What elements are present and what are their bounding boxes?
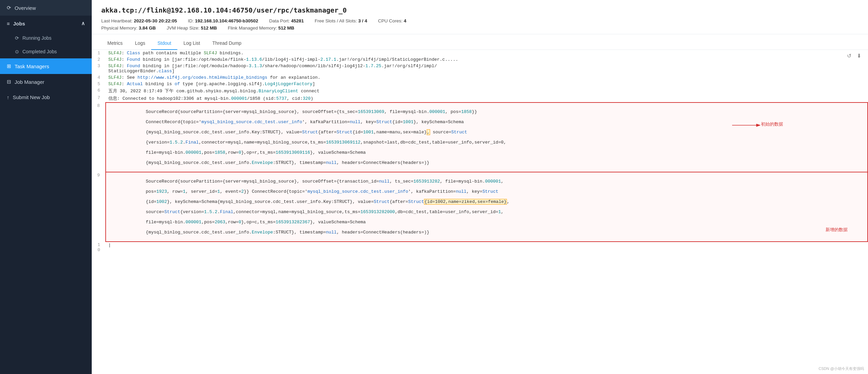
sidebar-item-job-manager[interactable]: ⊟ Job Manager (0, 74, 92, 90)
line-content: SLF4J: Found binding in [jar:file:/opt/m… (106, 56, 868, 63)
task-managers-icon: ⊞ (7, 63, 11, 69)
line-number: 4 (92, 74, 106, 81)
line-number: 5 (92, 81, 106, 87)
meta-row-1: Last Heartbeat: 2022-05-30 20:22:05 ID: … (101, 18, 858, 23)
task-id: ID: 192.168.10.104:46750-b30502 (188, 18, 258, 23)
table-row: 7 信息: Connected to hadoop102:3306 at mys… (92, 95, 868, 102)
main-content: akka.tcp://flink@192.168.10.104:46750/us… (92, 0, 868, 374)
sidebar-item-label: Task Managers (15, 63, 49, 69)
last-heartbeat: Last Heartbeat: 2022-05-30 20:22:05 (101, 18, 177, 23)
job-manager-icon: ⊟ (7, 79, 11, 85)
sidebar-item-label: Job Manager (15, 79, 45, 85)
line-number: 6 (92, 87, 106, 95)
running-jobs-icon: ⟳ (15, 35, 19, 41)
tab-bar: Metrics Logs Stdout Log List Thread Dump (92, 37, 868, 50)
line-number: 10 (92, 242, 106, 253)
line-content: SLF4J: Actual binding is of type [org.ap… (106, 81, 868, 87)
line-content: | (106, 242, 868, 253)
refresh-button[interactable]: ↺ (846, 52, 853, 60)
overview-icon: ⟳ (7, 5, 11, 11)
sidebar-item-label: Overview (15, 5, 36, 11)
sidebar-item-label: Submit New Job (13, 94, 50, 100)
sidebar-item-jobs[interactable]: ≡ Jobs ∧ (0, 16, 92, 31)
tab-metrics[interactable]: Metrics (101, 37, 129, 50)
sidebar-item-label: Jobs (13, 21, 25, 26)
sidebar-item-label: Completed Jobs (22, 49, 57, 54)
jobs-icon: ≡ (7, 21, 10, 26)
table-row: 4 SLF4J: See http://www.slf4j.org/codes.… (92, 74, 868, 81)
log-table: 1 SLF4J: Class path contains multiple SL… (92, 50, 868, 253)
data-port: Data Port: 45281 (269, 18, 304, 23)
tab-stdout[interactable]: Stdout (151, 37, 177, 50)
jvm-heap: JVM Heap Size: 512 MB (167, 25, 217, 31)
line-number: 1 (92, 50, 106, 56)
line-content: SLF4J: Found binding in [jar:file:/opt/m… (106, 63, 868, 74)
cpu-cores: CPU Cores: 4 (378, 18, 406, 23)
flink-memory: Flink Managed Memory: 512 MB (228, 25, 294, 31)
page-header: akka.tcp://flink@192.168.10.104:46750/us… (92, 0, 868, 34)
sidebar-item-task-managers[interactable]: ⊞ Task Managers (0, 58, 92, 74)
submit-job-icon: ↑ (7, 94, 10, 100)
table-row: 3 SLF4J: Found binding in [jar:file:/opt… (92, 63, 868, 74)
sidebar-item-label: Running Jobs (22, 35, 52, 41)
download-button[interactable]: ⬇ (855, 52, 863, 60)
table-row: 6 五月 30, 2022 8:17:49 下午 com.github.shyi… (92, 87, 868, 95)
line-content: SourceRecord{sourcePartition={server=mys… (106, 172, 868, 242)
line-number: 8 (92, 102, 106, 172)
table-row: 5 SLF4J: Actual binding is of type [org.… (92, 81, 868, 87)
line-number: 9 (92, 172, 106, 242)
line-content: SLF4J: Class path contains multiple SLF4… (106, 50, 868, 56)
watermark: CSDN @小胡今天有变强吗 (819, 366, 864, 371)
sidebar-item-overview[interactable]: ⟳ Overview (0, 0, 92, 16)
meta-row-2: Physical Memory: 3.84 GB JVM Heap Size: … (101, 25, 858, 31)
tab-thread-dump[interactable]: Thread Dump (206, 37, 248, 50)
table-row: 1 SLF4J: Class path contains multiple SL… (92, 50, 868, 56)
physical-memory: Physical Memory: 3.84 GB (101, 25, 156, 31)
line-number: 2 (92, 56, 106, 63)
tab-log-list[interactable]: Log List (177, 37, 206, 50)
sidebar-item-completed-jobs[interactable]: ⊙ Completed Jobs (0, 45, 92, 58)
page-title: akka.tcp://flink@192.168.10.104:46750/us… (101, 6, 858, 14)
log-toolbar: ↺ ⬇ (846, 52, 863, 60)
chevron-up-icon: ∧ (81, 20, 85, 26)
sidebar-item-running-jobs[interactable]: ⟳ Running Jobs (0, 31, 92, 45)
sidebar-item-submit-new-job[interactable]: ↑ Submit New Job (0, 90, 92, 105)
tab-logs[interactable]: Logs (129, 37, 151, 50)
completed-jobs-icon: ⊙ (15, 49, 19, 54)
sidebar: ⟳ Overview ≡ Jobs ∧ ⟳ Running Jobs ⊙ Com… (0, 0, 92, 374)
free-slots: Free Slots / All Slots: 3 / 4 (315, 18, 367, 23)
table-row: 9 SourceRecord{sourcePartition={server=m… (92, 172, 868, 242)
line-content: 五月 30, 2022 8:17:49 下午 com.github.shyiko… (106, 87, 868, 95)
line-content: SourceRecord{sourcePartition={server=mys… (106, 102, 868, 172)
line-content: SLF4J: See http://www.slf4j.org/codes.ht… (106, 74, 868, 81)
table-row: 10 | (92, 242, 868, 253)
table-row: 8 SourceRecord{sourcePartition={server=m… (92, 102, 868, 172)
line-content: 信息: Connected to hadoop102:3306 at mysql… (106, 95, 868, 102)
line-number: 7 (92, 95, 106, 102)
line-number: 3 (92, 63, 106, 74)
table-row: 2 SLF4J: Found binding in [jar:file:/opt… (92, 56, 868, 63)
log-area[interactable]: ↺ ⬇ 1 SLF4J: Class path contains multipl… (92, 50, 868, 374)
